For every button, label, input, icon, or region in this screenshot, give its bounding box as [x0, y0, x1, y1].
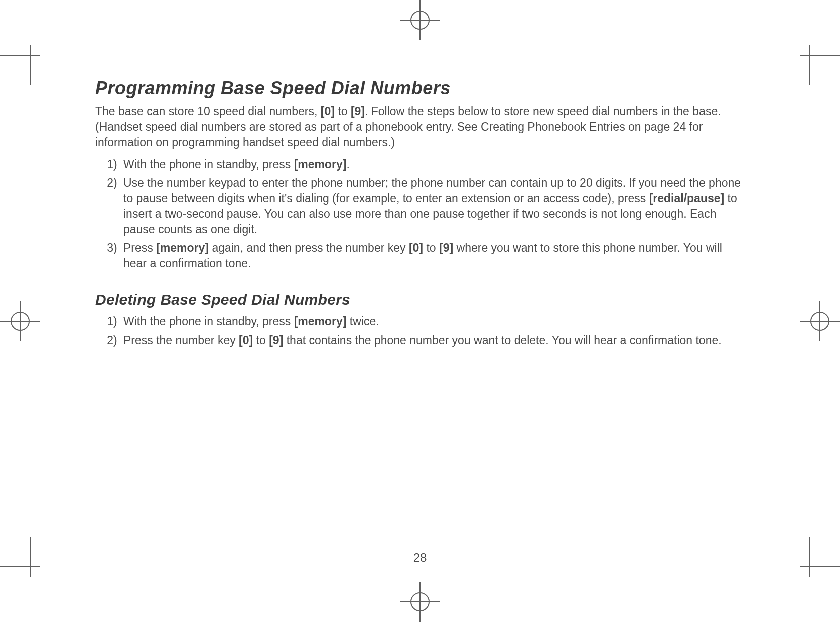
- text: to: [423, 241, 439, 254]
- key-9: [9]: [269, 334, 283, 347]
- text: The base can store 10 speed dial numbers…: [95, 105, 321, 118]
- page-number: 28: [0, 551, 840, 565]
- svg-point-6: [411, 11, 429, 29]
- section-heading-programming: Programming Base Speed Dial Numbers: [95, 78, 748, 99]
- section-heading-deleting: Deleting Base Speed Dial Numbers: [95, 291, 748, 308]
- register-mark-left: [0, 296, 40, 346]
- text: With the phone in standby, press: [123, 315, 294, 328]
- register-mark-bottom: [395, 582, 445, 622]
- list-item: Press [memory] again, and then press the…: [120, 240, 748, 271]
- text: that contains the phone number you want …: [283, 334, 721, 347]
- text: again, and then press the number key: [209, 241, 409, 254]
- crop-mark-top-right: [785, 30, 840, 85]
- text: twice.: [346, 315, 379, 328]
- section1-intro: The base can store 10 speed dial numbers…: [95, 104, 748, 150]
- key-9: [9]: [351, 105, 365, 118]
- list-item: Press the number key [0] to [9] that con…: [120, 333, 748, 348]
- section1-steps: With the phone in standby, press [memory…: [105, 157, 748, 271]
- svg-point-12: [811, 312, 829, 330]
- list-item: Use the number keypad to enter the phone…: [120, 175, 748, 237]
- text: to: [253, 334, 269, 347]
- svg-point-19: [411, 593, 429, 611]
- text: .: [346, 158, 349, 171]
- page-content: Programming Base Speed Dial Numbers The …: [95, 78, 748, 351]
- section2-steps: With the phone in standby, press [memory…: [105, 314, 748, 348]
- key-0: [0]: [239, 334, 253, 347]
- key-9: [9]: [439, 241, 453, 254]
- text: Press the number key: [123, 334, 239, 347]
- text: Press: [123, 241, 156, 254]
- list-item: With the phone in standby, press [memory…: [120, 314, 748, 329]
- key-memory: [memory]: [156, 241, 209, 254]
- list-item: With the phone in standby, press [memory…: [120, 157, 748, 172]
- key-memory: [memory]: [294, 158, 347, 171]
- text: With the phone in standby, press: [123, 158, 294, 171]
- key-0: [0]: [409, 241, 423, 254]
- key-redial-pause: [redial/pause]: [649, 192, 725, 205]
- text: to: [335, 105, 351, 118]
- key-memory: [memory]: [294, 315, 347, 328]
- svg-point-9: [11, 312, 29, 330]
- text: Use the number keypad to enter the phone…: [123, 176, 741, 205]
- crop-mark-top-left: [0, 30, 55, 85]
- key-0: [0]: [321, 105, 335, 118]
- register-mark-top: [395, 0, 445, 40]
- register-mark-right: [800, 296, 840, 346]
